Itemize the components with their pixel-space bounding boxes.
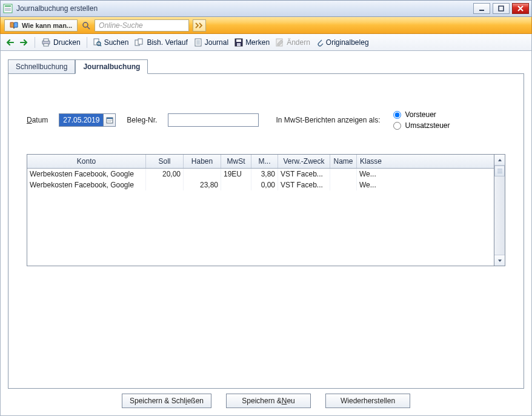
table-row[interactable]: Werbekosten Facebook, Google 20,00 19EU … bbox=[27, 169, 494, 179]
mwst-label: In MwSt-Berichten anzeigen als: bbox=[276, 116, 380, 124]
save-close-button[interactable]: Speichern & Schließen bbox=[122, 394, 211, 408]
window-title: Journalbuchung erstellen bbox=[16, 4, 473, 13]
form-row: Datum Beleg-Nr. In MwSt-Berichten anzeig… bbox=[27, 110, 505, 130]
history-icon bbox=[135, 38, 144, 47]
svg-rect-1 bbox=[5, 5, 11, 7]
table-header: Konto Soll Haben MwSt M... Verw.-Zweck N… bbox=[27, 155, 494, 169]
history-button[interactable]: Bish. Verlauf bbox=[135, 38, 187, 47]
svg-rect-3 bbox=[5, 9, 11, 10]
book-icon bbox=[10, 22, 18, 29]
edit-button: Ändern bbox=[276, 38, 310, 47]
col-zweck[interactable]: Verw.-Zweck bbox=[278, 155, 330, 168]
svg-rect-5 bbox=[479, 10, 484, 11]
window-body: Schnellbuchung Journalbuchung Datum Bele… bbox=[0, 51, 532, 416]
attachment-button[interactable]: Originalbeleg bbox=[316, 38, 369, 47]
close-button[interactable] bbox=[512, 3, 529, 14]
journal-table: Konto Soll Haben MwSt M... Verw.-Zweck N… bbox=[27, 154, 505, 266]
datum-label: Datum bbox=[27, 116, 48, 124]
help-label: Wie kann man... bbox=[22, 22, 72, 29]
svg-rect-6 bbox=[499, 6, 504, 11]
svg-rect-10 bbox=[44, 44, 48, 46]
paperclip-icon bbox=[316, 38, 324, 47]
table-scrollbar[interactable] bbox=[494, 154, 505, 266]
scroll-down-button[interactable] bbox=[494, 255, 505, 266]
separator bbox=[35, 37, 35, 48]
table-row[interactable]: Werbekosten Facebook, Google 23,80 0,00 … bbox=[27, 179, 494, 190]
tab-strip: Schnellbuchung Journalbuchung bbox=[8, 59, 524, 74]
svg-rect-17 bbox=[236, 39, 241, 42]
restore-button[interactable]: Wiederherstellen bbox=[325, 394, 410, 408]
journal-icon bbox=[194, 38, 202, 47]
datum-field[interactable] bbox=[59, 114, 103, 126]
scroll-up-button[interactable] bbox=[494, 155, 505, 166]
print-button[interactable]: Drucken bbox=[41, 38, 81, 47]
svg-rect-18 bbox=[237, 43, 241, 46]
svg-rect-14 bbox=[138, 39, 142, 44]
beleg-input[interactable] bbox=[168, 113, 259, 127]
edit-icon bbox=[276, 38, 284, 47]
svg-rect-2 bbox=[5, 8, 11, 8]
calendar-button[interactable] bbox=[103, 114, 115, 126]
button-bar: Speichern & Schließen Speichern & Neu Wi… bbox=[8, 389, 524, 412]
tab-journalbuchung[interactable]: Journalbuchung bbox=[75, 59, 148, 74]
table-body[interactable]: Werbekosten Facebook, Google 20,00 19EU … bbox=[27, 169, 494, 266]
arrow-right-icon bbox=[20, 39, 28, 46]
search-go-button[interactable] bbox=[193, 19, 206, 32]
mwst-radio-group: Vorsteuer Umsatzsteuer bbox=[393, 110, 450, 130]
window-buttons bbox=[473, 3, 529, 14]
radio-umsatzsteuer[interactable]: Umsatzsteuer bbox=[393, 121, 450, 130]
col-soll[interactable]: Soll bbox=[146, 155, 184, 168]
printer-icon bbox=[41, 38, 51, 47]
col-klasse[interactable]: Klasse bbox=[357, 155, 385, 168]
app-icon bbox=[3, 4, 13, 13]
help-button[interactable]: Wie kann man... bbox=[4, 19, 78, 32]
radio-vorsteuer[interactable]: Vorsteuer bbox=[393, 110, 450, 119]
separator bbox=[87, 37, 87, 48]
tab-schnellbuchung[interactable]: Schnellbuchung bbox=[8, 59, 75, 74]
journal-button[interactable]: Journal bbox=[194, 38, 228, 47]
nav-back-button[interactable] bbox=[5, 39, 14, 46]
titlebar: Journalbuchung erstellen bbox=[0, 0, 532, 17]
find-icon bbox=[93, 38, 102, 47]
scroll-thumb[interactable] bbox=[494, 166, 505, 176]
scroll-track[interactable] bbox=[494, 176, 505, 255]
search-button[interactable]: Suchen bbox=[93, 38, 129, 47]
svg-rect-21 bbox=[107, 118, 113, 119]
save-icon bbox=[234, 38, 243, 47]
calendar-icon bbox=[106, 116, 113, 124]
pin-button[interactable]: Merken bbox=[234, 38, 270, 47]
nav-forward-button[interactable] bbox=[20, 39, 28, 46]
minimize-button[interactable] bbox=[473, 3, 490, 14]
col-konto[interactable]: Konto bbox=[27, 155, 146, 168]
beleg-label: Beleg-Nr. bbox=[127, 116, 157, 124]
col-haben[interactable]: Haben bbox=[184, 155, 221, 168]
help-search-bar: Wie kann man... Online-Suche bbox=[0, 17, 532, 34]
search-input[interactable]: Online-Suche bbox=[95, 19, 189, 32]
col-name[interactable]: Name bbox=[330, 155, 357, 168]
save-new-button[interactable]: Speichern & Neu bbox=[226, 394, 311, 408]
datum-input[interactable] bbox=[59, 113, 116, 127]
col-mwst[interactable]: MwSt bbox=[221, 155, 251, 168]
svg-rect-9 bbox=[44, 39, 48, 41]
search-placeholder: Online-Suche bbox=[99, 21, 143, 30]
svg-point-7 bbox=[83, 22, 88, 27]
svg-rect-15 bbox=[195, 39, 201, 46]
col-mbetrag[interactable]: M... bbox=[251, 155, 278, 168]
arrow-left-icon bbox=[5, 39, 14, 46]
search-icon[interactable] bbox=[81, 21, 91, 30]
maximize-button[interactable] bbox=[493, 3, 510, 14]
tab-panel: Datum Beleg-Nr. In MwSt-Berichten anzeig… bbox=[8, 73, 524, 389]
main-toolbar: Drucken Suchen Bish. Verlauf Journal Mer… bbox=[0, 34, 532, 51]
svg-rect-4 bbox=[5, 10, 11, 11]
